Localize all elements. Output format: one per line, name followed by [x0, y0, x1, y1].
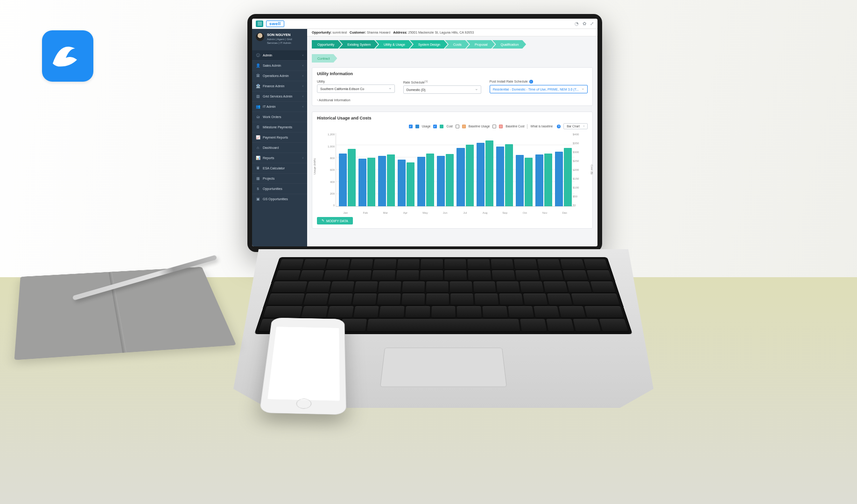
phone-prop [259, 318, 346, 415]
sidebar-item-grid-services-admin[interactable]: ▧Grid Services Admin‹ [252, 91, 307, 101]
bar-group [516, 133, 533, 206]
rate-schedule-select[interactable]: Domestic (D) [403, 85, 481, 94]
info-icon[interactable]: i [529, 80, 533, 84]
bar-group [339, 133, 356, 206]
sidebar-item-work-orders[interactable]: 🗂Work Orders [252, 112, 307, 122]
workflow-step-proposal[interactable]: Proposal [466, 40, 495, 49]
cost-legend-label: Cost [446, 125, 452, 128]
sidebar-item-reports[interactable]: 📊Reports‹ [252, 153, 307, 163]
menu-toggle-button[interactable] [256, 21, 263, 27]
baseline-usage-swatch [462, 125, 466, 128]
sidebar-item-label: Finance Admin [263, 84, 284, 88]
sidebar-nav: ⓘAdmin‹👤Sales Admin‹🏛Operations Admin‹🏦F… [252, 50, 307, 204]
sidebar-item-label: Reports [263, 156, 274, 160]
what-is-baseline-link[interactable]: What is baseline [530, 125, 553, 128]
topbar: swell ◔ ✿ ⤢ [252, 19, 597, 29]
sidebar-item-finance-admin[interactable]: 🏦Finance Admin‹ [252, 81, 307, 91]
baseline-cost-checkbox[interactable] [492, 125, 496, 128]
chevron-left-icon: ‹ [302, 105, 303, 108]
user-name: SON NGUYEN [267, 33, 303, 37]
sidebar-item-operations-admin[interactable]: 🏛Operations Admin‹ [252, 70, 307, 81]
workflow-step-opportunity[interactable]: Opportunity [312, 40, 342, 49]
cost-bar [505, 144, 513, 206]
cost-checkbox[interactable] [433, 125, 437, 128]
cost-bar [367, 158, 375, 207]
usage-bar [516, 155, 524, 206]
sidebar-item-label: GS Opportunities [263, 197, 288, 201]
cost-bar [387, 154, 395, 206]
user-roles: Admin | Agent | Grid Services | IT Admin [267, 38, 303, 45]
sidebar-item-admin[interactable]: ⓘAdmin‹ [252, 50, 307, 60]
notifications-icon[interactable]: ◔ [575, 21, 579, 26]
utility-info-title: Utility Information [317, 71, 588, 76]
sidebar-item-sales-admin[interactable]: 👤Sales Admin‹ [252, 60, 307, 70]
chart-type-select[interactable]: Bar Chart [563, 123, 588, 129]
additional-info-toggle[interactable]: Additional Information [317, 98, 588, 102]
workflow-step-costs[interactable]: Costs [445, 40, 469, 49]
laptop-bezel: swell ◔ ✿ ⤢ SON NGUYEN Ad [247, 14, 602, 252]
cost-bar [426, 154, 434, 207]
cost-bar [348, 149, 356, 206]
bar-group [555, 133, 572, 206]
utility-field: Utility Southern California Edison Co [317, 80, 395, 94]
usage-bar [496, 147, 504, 206]
workflow-step-contract[interactable]: Contract [312, 54, 337, 63]
usage-checkbox[interactable] [409, 125, 413, 128]
cost-bar [564, 148, 572, 207]
post-install-select[interactable]: Residential - Domestic - Time of Use, PR… [490, 85, 588, 93]
utility-info-panel: Utility Information Utility Southern Cal… [312, 67, 593, 106]
crumb-address-value: 25001 Mackenzie St, Laguna Hills, CA 926… [408, 31, 474, 34]
baseline-usage-checkbox[interactable] [456, 125, 459, 128]
sidebar-item-milestone-payments[interactable]: 🗓Milestone Payments [252, 122, 307, 132]
bar-group [358, 133, 375, 206]
usage-swatch [415, 125, 419, 128]
sidebar-item-label: Projects [263, 177, 274, 180]
crumb-opportunity-label: Opportunity: [312, 31, 331, 34]
modify-data-button[interactable]: ✎ MODIFY DATA [317, 217, 353, 224]
sidebar-item-icon: $ [256, 187, 260, 191]
crumb-customer-label: Customer: [350, 31, 366, 34]
rate-schedule-field: Rate Schedule[1] Domestic (D) [403, 80, 481, 94]
baseline-cost-legend-label: Baseline Cost [506, 125, 524, 128]
cost-swatch [440, 125, 443, 128]
baseline-usage-legend-label: Baseline Usage [469, 125, 490, 128]
x-axis-ticks: JanFebMarAprMayJunJulAugSepOctNovDec [336, 211, 575, 214]
sidebar-item-esa-calculator[interactable]: 🖩ESA Calculator [252, 163, 307, 173]
workflow-step-utility-usage[interactable]: Utility & Usage [375, 40, 413, 49]
crumb-address-label: Address: [393, 31, 407, 34]
cost-bar [466, 145, 474, 206]
app-body: SON NGUYEN Admin | Agent | Grid Services… [252, 29, 597, 246]
post-install-field: Post Install Rate Schedulei Residential … [490, 80, 588, 94]
crumb-customer-value: Shanna Howard [367, 31, 390, 34]
brand-logo: swell [266, 21, 284, 27]
sidebar-item-label: Admin [263, 54, 272, 57]
sidebar-item-it-admin[interactable]: 👥IT Admin‹ [252, 101, 307, 112]
sidebar-item-dashboard[interactable]: ⌂Dashboard [252, 142, 307, 153]
sidebar-item-gs-opportunities[interactable]: ▣GS Opportunities [252, 194, 307, 204]
sidebar-item-opportunities[interactable]: $Opportunities [252, 183, 307, 194]
topbar-actions: ◔ ✿ ⤢ [575, 21, 594, 26]
usage-bar [417, 157, 425, 206]
usage-bar [555, 152, 563, 207]
pencil-icon: ✎ [322, 219, 324, 223]
sidebar-item-projects[interactable]: ▦Projects [252, 173, 307, 183]
usage-cost-chart: 1,2001,0008006004002000 $400$350$300$250… [317, 131, 588, 215]
expand-icon[interactable]: ⤢ [590, 21, 594, 26]
workflow-step-system-design[interactable]: System Design [410, 40, 448, 49]
sidebar-item-icon: 🗂 [256, 115, 260, 119]
settings-icon[interactable]: ✿ [583, 21, 586, 26]
utility-select[interactable]: Southern California Edison Co [317, 84, 395, 93]
baseline-info-icon[interactable]: ? [557, 125, 561, 128]
workflow-step-existing-system[interactable]: Existing System [339, 40, 378, 49]
workflow-step-qualification[interactable]: Qualification [492, 40, 527, 49]
historical-usage-title: Historical Usage and Costs [317, 116, 588, 120]
sidebar-item-icon: 📈 [256, 135, 260, 140]
sidebar-item-icon: ⌂ [256, 146, 260, 150]
bar-group [378, 133, 395, 206]
historical-usage-panel: Historical Usage and Costs Usage Cost Ba… [312, 112, 593, 229]
usage-legend-label: Usage [422, 125, 431, 128]
sidebar-item-payment-reports[interactable]: 📈Payment Reports [252, 132, 307, 142]
scene-background: swell ◔ ✿ ⤢ SON NGUYEN Ad [0, 0, 857, 504]
y-axis-right-label: Cost ($) [590, 165, 593, 175]
sidebar-item-label: Grid Services Admin [263, 95, 292, 98]
